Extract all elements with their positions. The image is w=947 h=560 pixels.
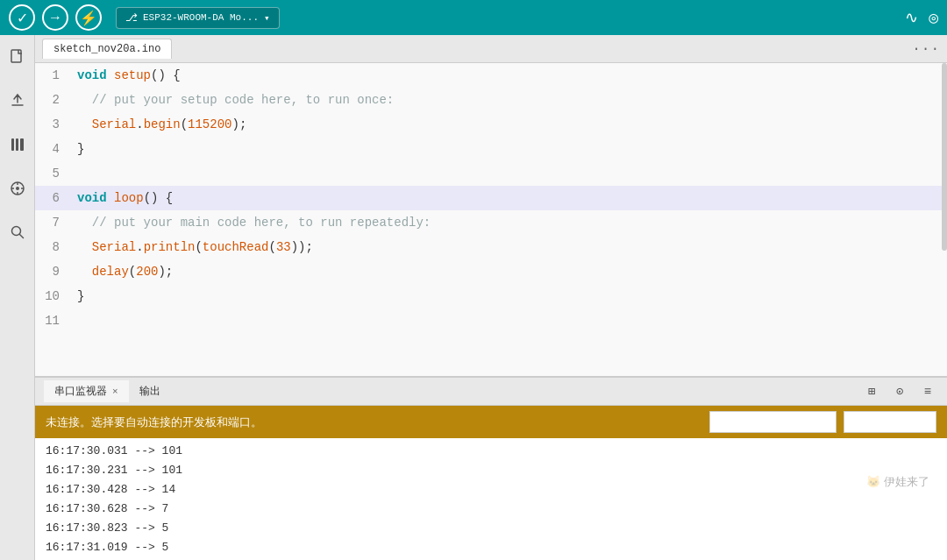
serial-warning-text: 未连接。选择要自动连接的开发板和端口。 [46, 415, 262, 430]
serial-output-line: 16:17:30.428 --> 14 [46, 480, 936, 500]
code-line: 6void loop() { [35, 186, 947, 210]
line-number: 6 [35, 186, 70, 210]
serial-monitor-icon[interactable]: ◎ [929, 8, 938, 27]
serial-monitor-tab-label: 串口监视器 [54, 384, 107, 399]
line-ending-label: 换行 和 回车 两者都是 [717, 415, 821, 429]
autoscroll-icon[interactable]: ⊙ [889, 381, 910, 402]
sidebar [0, 35, 35, 560]
line-number: 3 [35, 112, 70, 137]
code-line: 2 // put your setup code here, to run on… [35, 88, 947, 112]
sidebar-item-files[interactable] [4, 44, 31, 70]
code-line: 1void setup() { [35, 63, 947, 88]
toolbar-right: ∿ ◎ [905, 8, 938, 27]
baud-rate-label: 波特率 115200 [851, 415, 921, 429]
usb-icon: ⎇ [125, 11, 138, 25]
line-content: void setup() { [70, 63, 181, 88]
verify-icon: ✓ [17, 10, 28, 26]
line-ending-dropdown-icon: ▾ [824, 417, 829, 427]
main-area: sketch_nov20a.ino ··· 1void setup() {2 /… [0, 35, 947, 560]
line-number: 1 [35, 63, 70, 88]
baud-rate-dropdown-icon: ▾ [924, 417, 929, 427]
scroll-icon[interactable]: ⊞ [861, 381, 882, 402]
line-content: // put your main code here, to run repea… [70, 210, 431, 235]
code-line: 4} [35, 137, 947, 161]
code-line: 3 Serial.begin(115200); [35, 112, 947, 137]
line-content: void loop() { [70, 186, 173, 210]
board-dropdown-icon: ▾ [264, 12, 270, 24]
sketch-tab[interactable]: sketch_nov20a.ino [42, 39, 172, 59]
svg-rect-1 [11, 138, 14, 151]
board-name: ESP32-WROOM-DA Mo... [143, 12, 259, 23]
line-content: } [70, 137, 84, 161]
debug-button[interactable]: ⚡ [75, 4, 102, 31]
line-number: 2 [35, 88, 70, 112]
serial-output-line: 16:17:31.019 --> 5 [46, 538, 936, 557]
scrollbar[interactable] [942, 63, 947, 251]
line-number: 9 [35, 259, 70, 284]
code-line: 10} [35, 284, 947, 308]
serial-output: 16:17:30.031 --> 10116:17:30.231 --> 101… [35, 438, 947, 560]
serial-output-line: 16:17:30.231 --> 101 [46, 461, 936, 480]
code-line: 7 // put your main code here, to run rep… [35, 210, 947, 235]
serial-monitor-close[interactable]: × [112, 386, 118, 397]
tab-bar: sketch_nov20a.ino ··· [35, 35, 947, 63]
bottom-panel: 串口监视器 × 输出 ⊞ ⊙ ≡ 未连接。选择要自动连接的开发板和端口。 换行 … [35, 376, 947, 560]
code-line: 8 Serial.println(touchRead(33)); [35, 235, 947, 259]
upload-icon: → [48, 10, 62, 25]
baud-rate-select[interactable]: 波特率 115200 ▾ [844, 411, 936, 433]
sidebar-item-library[interactable] [4, 131, 31, 158]
bottom-tab-icons: ⊞ ⊙ ≡ [861, 381, 938, 402]
toolbar: ✓ → ⚡ ⎇ ESP32-WROOM-DA Mo... ▾ ∿ ◎ [0, 0, 947, 35]
tab-menu-button[interactable]: ··· [912, 41, 940, 57]
debug-icon: ⚡ [80, 10, 97, 26]
serial-output-line: 16:17:30.823 --> 5 [46, 519, 936, 538]
sidebar-item-search[interactable] [4, 219, 31, 245]
line-content: } [70, 284, 84, 308]
output-tab-label: 输出 [139, 384, 160, 399]
svg-rect-2 [16, 138, 18, 151]
line-number: 4 [35, 137, 70, 161]
line-number: 8 [35, 235, 70, 259]
serial-controls: 换行 和 回车 两者都是 ▾ 波特率 115200 ▾ [709, 411, 936, 433]
menu-icon[interactable]: ≡ [917, 381, 938, 402]
board-selector[interactable]: ⎇ ESP32-WROOM-DA Mo... ▾ [116, 7, 280, 29]
sidebar-item-boards[interactable] [4, 175, 31, 202]
svg-point-5 [16, 187, 19, 190]
svg-rect-3 [20, 138, 24, 151]
tab-serial-monitor[interactable]: 串口监视器 × [44, 380, 129, 402]
serial-plotter-icon[interactable]: ∿ [905, 8, 918, 27]
code-editor[interactable]: 1void setup() {2 // put your setup code … [35, 63, 947, 376]
tab-output[interactable]: 输出 [129, 380, 171, 402]
svg-line-11 [19, 235, 23, 238]
line-number: 10 [35, 284, 70, 308]
bottom-tab-bar: 串口监视器 × 输出 ⊞ ⊙ ≡ [35, 378, 947, 406]
serial-warning-bar: 未连接。选择要自动连接的开发板和端口。 换行 和 回车 两者都是 ▾ 波特率 1… [35, 406, 947, 438]
sidebar-item-upload[interactable] [4, 88, 31, 114]
tab-filename: sketch_nov20a.ino [53, 43, 160, 55]
line-content: delay(200); [70, 259, 173, 284]
code-line: 5 [35, 161, 947, 186]
line-number: 7 [35, 210, 70, 235]
line-number: 5 [35, 161, 70, 186]
upload-button[interactable]: → [42, 4, 68, 31]
svg-rect-0 [11, 50, 21, 62]
code-line: 9 delay(200); [35, 259, 947, 284]
line-ending-select[interactable]: 换行 和 回车 两者都是 ▾ [709, 411, 837, 433]
code-line: 11 [35, 308, 947, 333]
serial-output-line: 16:17:30.031 --> 101 [46, 442, 936, 461]
line-content: Serial.begin(115200); [70, 112, 246, 137]
line-number: 11 [35, 308, 70, 333]
line-content: Serial.println(touchRead(33)); [70, 235, 313, 259]
serial-output-line: 16:17:30.628 --> 7 [46, 500, 936, 519]
verify-button[interactable]: ✓ [9, 4, 35, 31]
line-content: // put your setup code here, to run once… [70, 88, 394, 112]
editor-container: sketch_nov20a.ino ··· 1void setup() {2 /… [35, 35, 947, 560]
